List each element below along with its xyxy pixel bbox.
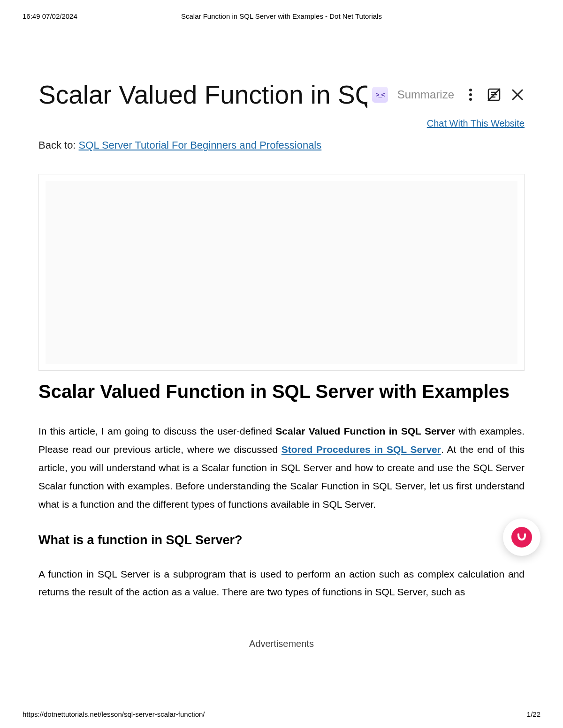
summarize-button[interactable]: Summarize xyxy=(397,88,454,101)
footer-page-number: 1/22 xyxy=(527,710,540,718)
chat-link-row: Chat With This Website xyxy=(38,118,525,129)
fab-close-icon xyxy=(511,527,532,548)
page-title: Scalar Valued Function in SQL Serve xyxy=(38,80,367,110)
close-icon[interactable] xyxy=(510,88,525,102)
svg-point-10 xyxy=(517,533,519,535)
svg-point-11 xyxy=(524,533,526,535)
svg-point-1 xyxy=(469,93,472,96)
svg-point-2 xyxy=(469,98,472,101)
reader-mode-icon[interactable] xyxy=(487,88,501,102)
svg-point-0 xyxy=(469,89,472,91)
ad-placeholder-top xyxy=(38,174,525,371)
text: In this article, I am going to discuss t… xyxy=(38,426,275,436)
backto-link[interactable]: SQL Server Tutorial For Beginners and Pr… xyxy=(79,139,322,151)
title-row: Scalar Valued Function in SQL Serve >_< … xyxy=(38,80,525,110)
footer-url: https://dotnettutorials.net/lesson/sql-s… xyxy=(23,710,205,718)
chat-with-website-link[interactable]: Chat With This Website xyxy=(427,118,525,128)
breadcrumb: Back to: SQL Server Tutorial For Beginne… xyxy=(38,139,525,151)
more-options-icon[interactable] xyxy=(464,88,478,102)
title-actions: >_< Summarize xyxy=(372,87,525,103)
ad-placeholder-inner xyxy=(46,181,517,364)
advertisements-label: Advertisements xyxy=(38,638,525,649)
page-content: Scalar Valued Function in SQL Serve >_< … xyxy=(38,80,525,649)
stored-procedures-link[interactable]: Stored Procedures in SQL Server xyxy=(282,444,441,455)
article-subheading: What is a function in SQL Server? xyxy=(38,533,525,548)
print-doc-title: Scalar Function in SQL Server with Examp… xyxy=(0,12,563,20)
article-heading: Scalar Valued Function in SQL Server wit… xyxy=(38,381,525,402)
floating-action-button[interactable] xyxy=(503,518,540,556)
ai-assistant-icon[interactable]: >_< xyxy=(372,87,388,103)
article-intro-paragraph: In this article, I am going to discuss t… xyxy=(38,422,525,513)
article-paragraph-2: A function in SQL Server is a subprogram… xyxy=(38,565,525,601)
bold-text: Scalar Valued Function in SQL Server xyxy=(275,426,455,436)
backto-label: Back to: xyxy=(38,139,79,151)
svg-line-7 xyxy=(488,89,500,101)
